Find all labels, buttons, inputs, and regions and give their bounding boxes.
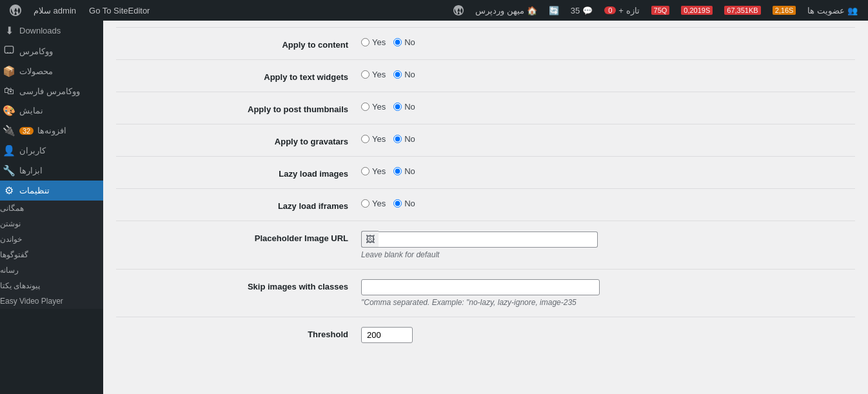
menu-label-users: کاربران	[19, 146, 46, 155]
row-placeholder-url: Placeholder Image URL 🖼 Leave blank for …	[116, 221, 855, 269]
radio-yes-gravatars[interactable]: Yes	[361, 134, 386, 144]
adminbar-membership[interactable]: 👥 عضویت ها	[802, 0, 863, 21]
label-lazy-iframes: Lazy load iframes	[116, 199, 361, 211]
no-label-text-widgets: No	[404, 70, 415, 79]
submenu-permalinks[interactable]: پیوندهای یکتا	[0, 278, 103, 293]
sidebar-item-products[interactable]: محصولات 📦	[0, 61, 103, 81]
row-post-thumbnails: Apply to post thumbnails Yes No	[116, 92, 855, 124]
yes-label-apply-content: Yes	[372, 37, 386, 47]
sidebar-item-woocommerce[interactable]: ووکامرس	[0, 41, 103, 61]
sidebar-item-users[interactable]: کاربران 👤	[0, 141, 103, 161]
radio-no-post-thumbnails[interactable]: No	[393, 102, 415, 112]
radio-yes-input-lazy-iframes[interactable]	[361, 199, 370, 208]
no-label-lazy-iframes: No	[404, 199, 415, 208]
wp-logo[interactable]	[5, 0, 26, 21]
radio-yes-input-lazy-images[interactable]	[361, 167, 370, 175]
adminbar-updates[interactable]: 🔄	[544, 0, 564, 21]
skip-classes-hint: "Comma separated. Example: "no-lazy, laz…	[361, 298, 600, 307]
perf-queries-value: 75Q	[651, 6, 670, 15]
radio-no-input-post-thumbnails[interactable]	[393, 103, 402, 111]
adminbar-perf-queries: 75Q	[646, 0, 675, 21]
control-apply-content: Yes No	[361, 37, 855, 47]
menu-label-tools: ابزارها	[19, 166, 43, 175]
placeholder-url-hint: Leave blank for default	[361, 250, 598, 259]
radio-no-apply-content[interactable]: No	[393, 37, 415, 47]
adminbar-comments[interactable]: 💬 35	[566, 0, 598, 21]
radio-yes-input-gravatars[interactable]	[361, 135, 370, 143]
site-editor-link[interactable]: Go To SiteEditor	[84, 0, 155, 21]
label-apply-content: Apply to content	[116, 37, 361, 50]
control-threshold	[361, 327, 855, 343]
adminbar-new[interactable]: تازه + 0	[599, 0, 644, 21]
site-name[interactable]: سلام admin	[28, 0, 81, 21]
label-threshold: Threshold	[116, 327, 361, 339]
home-icon: 🏠	[527, 6, 537, 15]
control-lazy-iframes: Yes No	[361, 199, 855, 208]
perf-memory-value: 67,351KB	[724, 6, 760, 15]
sidebar-item-appearance[interactable]: نمایش 🎨	[0, 101, 103, 121]
submenu-writing[interactable]: نوشتن	[0, 216, 103, 231]
yes-label-post-thumbnails: Yes	[372, 102, 386, 112]
new-badge: 0	[604, 6, 616, 14]
radio-no-lazy-iframes[interactable]: No	[393, 199, 415, 208]
submenu-discussion[interactable]: گفتوگوها	[0, 247, 103, 262]
label-skip-classes: Skip images with classes	[116, 279, 361, 291]
users-icon: 👤	[3, 144, 15, 157]
radio-yes-text-widgets[interactable]: Yes	[361, 70, 386, 79]
placeholder-url-icon: 🖼	[361, 231, 379, 248]
radio-no-input-lazy-images[interactable]	[393, 167, 402, 175]
adminbar-home[interactable]: 🏠 میهن وردپرس	[470, 0, 542, 21]
adminbar-wp-icon[interactable]	[448, 0, 469, 21]
menu-label-appearance: نمایش	[19, 106, 43, 115]
row-threshold: Threshold	[116, 317, 855, 353]
submenu-general[interactable]: همگانی	[0, 201, 103, 216]
label-text-widgets: Apply to text widgets	[116, 70, 361, 82]
sidebar-item-downloads[interactable]: Downloads ⬇	[0, 21, 103, 41]
radio-no-text-widgets[interactable]: No	[393, 70, 415, 79]
menu-label-plugins: افزونه‌ها	[37, 126, 66, 135]
radio-no-input-gravatars[interactable]	[393, 135, 402, 143]
sidebar-item-settings[interactable]: تنظیمات ⚙	[0, 181, 103, 201]
radio-yes-input-apply-content[interactable]	[361, 38, 370, 46]
admin-bar: سلام admin Go To SiteEditor 👥 عضویت ها 2…	[0, 0, 868, 21]
radio-yes-post-thumbnails[interactable]: Yes	[361, 102, 386, 112]
submenu-media[interactable]: رسانه	[0, 262, 103, 278]
row-skip-classes: Skip images with classes "Comma separate…	[116, 269, 855, 317]
radio-yes-lazy-images[interactable]: Yes	[361, 166, 386, 176]
sidebar-item-plugins[interactable]: افزونه‌ها 32 🔌	[0, 121, 103, 141]
threshold-input[interactable]	[361, 327, 413, 343]
settings-icon: ⚙	[3, 184, 15, 197]
label-lazy-images: Lazy load images	[116, 166, 361, 179]
radio-yes-input-post-thumbnails[interactable]	[361, 103, 370, 111]
submenu-reading[interactable]: خواندن	[0, 231, 103, 247]
sidebar-item-woo-persian[interactable]: ووکامرس فارسی 🛍	[0, 81, 103, 101]
no-label-gravatars: No	[404, 134, 415, 144]
radio-no-lazy-images[interactable]: No	[393, 166, 415, 176]
radio-no-input-text-widgets[interactable]	[393, 70, 402, 79]
radio-yes-lazy-iframes[interactable]: Yes	[361, 199, 386, 208]
radio-no-input-apply-content[interactable]	[393, 38, 402, 46]
placeholder-url-wrap: 🖼 Leave blank for default	[361, 231, 598, 259]
radio-no-input-lazy-iframes[interactable]	[393, 199, 402, 208]
yes-label-gravatars: Yes	[372, 134, 386, 144]
settings-submenu: همگانی نوشتن خواندن گفتوگوها رسانه پیوند…	[0, 201, 103, 309]
row-gravatars: Apply to gravatars Yes No	[116, 124, 855, 156]
products-icon: 📦	[3, 65, 15, 77]
woo-persian-icon: 🛍	[3, 85, 15, 97]
no-label-post-thumbnails: No	[404, 102, 415, 112]
radio-no-gravatars[interactable]: No	[393, 134, 415, 144]
radio-yes-input-text-widgets[interactable]	[361, 70, 370, 79]
plugins-badge: 32	[19, 127, 34, 135]
label-gravatars: Apply to gravatars	[116, 134, 361, 146]
yes-label-text-widgets: Yes	[372, 70, 386, 79]
radio-yes-apply-content[interactable]: Yes	[361, 37, 386, 47]
control-gravatars: Yes No	[361, 134, 855, 144]
submenu-easy-video[interactable]: Easy Video Player	[0, 293, 103, 309]
placeholder-url-input[interactable]	[379, 231, 598, 248]
adminbar-perf-memory: 67,351KB	[719, 0, 765, 21]
sidebar-item-tools[interactable]: ابزارها 🔧	[0, 161, 103, 181]
comments-icon: 💬	[582, 6, 593, 15]
skip-classes-input[interactable]	[361, 279, 600, 295]
control-post-thumbnails: Yes No	[361, 102, 855, 112]
no-label-apply-content: No	[404, 37, 415, 47]
